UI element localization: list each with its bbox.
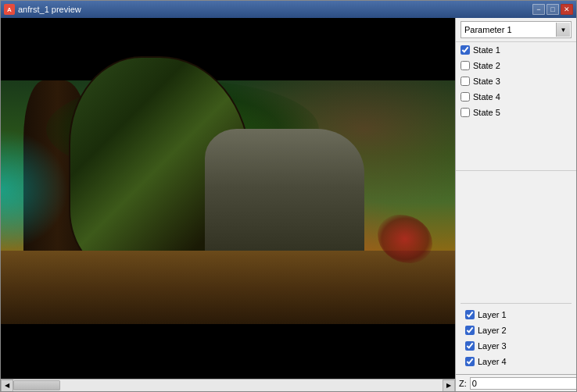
- layer-1-label: Layer 1: [478, 310, 507, 319]
- states-section: State 1 State 2 State 3 State 4 State 5: [456, 42, 576, 171]
- state-3-checkbox[interactable]: [461, 77, 470, 86]
- state-4-label: State 4: [473, 92, 500, 102]
- black-bar-top: [1, 18, 455, 80]
- layer-item-3: Layer 3: [461, 338, 572, 354]
- state-1-label: State 1: [473, 45, 500, 55]
- state-5-label: State 5: [473, 108, 500, 117]
- ground: [1, 251, 455, 324]
- scroll-thumb[interactable]: [13, 380, 60, 390]
- layer-3-label: Layer 3: [478, 341, 507, 351]
- main-window: A anfrst_1 preview − □ ✕: [0, 0, 577, 392]
- parameter-dropdown[interactable]: Parameter 1 Parameter 2: [461, 21, 572, 38]
- layer-3-checkbox[interactable]: [465, 341, 475, 351]
- state-item-5: State 5: [456, 105, 576, 120]
- layer-2-checkbox[interactable]: [465, 326, 475, 335]
- title-bar-buttons: − □ ✕: [532, 4, 573, 15]
- state-item-1: State 1: [456, 42, 576, 58]
- layer-4-checkbox[interactable]: [465, 357, 475, 366]
- z-input[interactable]: [470, 377, 576, 390]
- scroll-left-button[interactable]: ◀: [1, 380, 13, 392]
- layer-item-4: Layer 4: [461, 354, 572, 369]
- layer-item-1: Layer 1: [461, 307, 572, 323]
- state-1-checkbox[interactable]: [461, 45, 470, 55]
- main-content: ◀ ▶ Parameter 1 Parameter 2 ▼: [1, 18, 576, 391]
- z-label: Z:: [459, 379, 467, 388]
- state-item-2: State 2: [456, 58, 576, 73]
- layer-1-checkbox[interactable]: [465, 310, 475, 319]
- z-bar: Z: ▲ ▼: [456, 374, 576, 391]
- scrollbar-bottom[interactable]: ◀ ▶: [1, 379, 455, 391]
- preview-area: ◀ ▶: [1, 18, 455, 391]
- right-panel: Parameter 1 Parameter 2 ▼ State 1 State …: [455, 18, 576, 391]
- layer-4-label: Layer 4: [478, 357, 507, 366]
- window-title: anfrst_1 preview: [18, 5, 81, 14]
- glow-left: [1, 129, 69, 251]
- layer-item-2: Layer 2: [461, 323, 572, 338]
- parameter-dropdown-container: Parameter 1 Parameter 2 ▼: [461, 21, 572, 38]
- state-2-checkbox[interactable]: [461, 61, 470, 70]
- parameter-dropdown-row: Parameter 1 Parameter 2 ▼: [456, 18, 576, 42]
- title-bar: A anfrst_1 preview − □ ✕: [1, 1, 576, 18]
- state-5-checkbox[interactable]: [461, 108, 470, 117]
- state-2-label: State 2: [473, 61, 500, 70]
- black-bar-bottom: [1, 324, 455, 379]
- layers-divider: Layer 1 Layer 2 Layer 3 Layer 4: [461, 303, 572, 369]
- panel-spacer: [456, 171, 576, 299]
- state-item-4: State 4: [456, 89, 576, 105]
- state-4-checkbox[interactable]: [461, 92, 470, 102]
- layers-section: Layer 1 Layer 2 Layer 3 Layer 4: [456, 298, 576, 374]
- scroll-right-button[interactable]: ▶: [443, 380, 455, 392]
- layer-2-label: Layer 2: [478, 326, 507, 335]
- canvas-container[interactable]: [1, 18, 455, 379]
- state-item-3: State 3: [456, 73, 576, 89]
- scroll-track[interactable]: [13, 380, 443, 391]
- title-bar-left: A anfrst_1 preview: [4, 4, 81, 15]
- forest-scene: [1, 80, 455, 324]
- maximize-button[interactable]: □: [547, 4, 559, 15]
- app-icon: A: [4, 4, 15, 15]
- state-3-label: State 3: [473, 77, 500, 86]
- minimize-button[interactable]: −: [532, 4, 545, 15]
- close-button[interactable]: ✕: [561, 4, 573, 15]
